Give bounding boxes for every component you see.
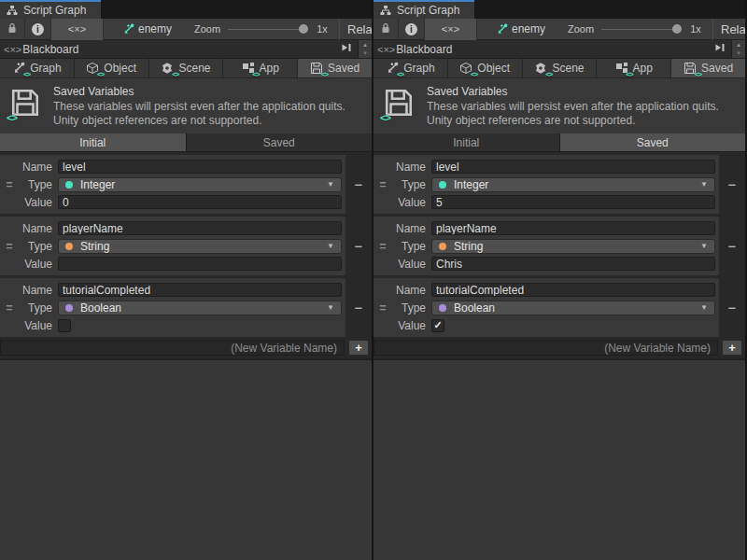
subtab-saved[interactable]: Saved xyxy=(187,133,373,151)
subtab-saved[interactable]: Saved xyxy=(560,133,746,151)
variable-value-row: Value xyxy=(0,193,345,211)
scroll-up-button[interactable]: ▲ xyxy=(359,40,372,49)
dock-button[interactable] xyxy=(709,40,731,58)
graph-reference-button[interactable]: enemy xyxy=(122,22,172,35)
variable-name-input[interactable] xyxy=(58,160,342,174)
scroll-down-button[interactable]: ▼ xyxy=(359,49,372,59)
floppy-icon: <> xyxy=(310,62,323,75)
variable-value-input[interactable] xyxy=(431,257,715,271)
drag-handle-icon[interactable]: = xyxy=(0,178,19,191)
value-checkbox[interactable] xyxy=(58,319,71,332)
scroll-down-button[interactable]: ▼ xyxy=(732,49,745,59)
drag-handle-icon[interactable]: = xyxy=(374,301,392,315)
variable-type-dropdown[interactable]: Integer ▼ xyxy=(58,177,342,192)
remove-variable-button[interactable]: − xyxy=(728,301,737,315)
variable-side-strip: − xyxy=(719,217,745,275)
tab-app-label: App xyxy=(260,62,279,75)
remove-variable-button[interactable]: − xyxy=(728,239,737,253)
type-label: Type xyxy=(392,178,426,191)
relations-button[interactable]: Rela xyxy=(712,19,745,40)
subtab-initial[interactable]: Initial xyxy=(0,133,187,151)
dock-icon xyxy=(713,41,726,57)
variable-scope-tabs: <> Graph <> Object <> Scene xyxy=(0,59,372,78)
chevron-down-icon: ▼ xyxy=(327,303,334,312)
remove-variable-button[interactable]: − xyxy=(728,177,737,191)
tab-scene[interactable]: <> Scene xyxy=(523,59,598,77)
value-checkbox[interactable]: ✓ xyxy=(431,319,444,332)
tab-object[interactable]: <> Object xyxy=(75,59,149,77)
value-label: Value xyxy=(19,196,52,209)
variable-type-dropdown[interactable]: String ▼ xyxy=(58,239,342,254)
tab-saved[interactable]: <> Saved xyxy=(671,59,745,77)
zoom-slider-handle[interactable] xyxy=(299,24,308,34)
variable-value-input[interactable] xyxy=(431,195,715,209)
lock-button[interactable] xyxy=(0,19,25,40)
tab-graph[interactable]: <> Graph xyxy=(374,59,448,77)
graph-reference-button[interactable]: enemy xyxy=(496,22,545,35)
zoom-slider[interactable] xyxy=(228,24,308,34)
info-button[interactable]: i xyxy=(399,19,425,40)
variable-name-input[interactable] xyxy=(431,160,715,174)
tab-app[interactable]: <> App xyxy=(597,59,671,77)
variable-type-dropdown[interactable]: Boolean ▼ xyxy=(58,301,342,315)
code-badge-icon: <> xyxy=(397,70,403,78)
drag-handle-icon[interactable]: = xyxy=(0,240,19,253)
lock-button[interactable] xyxy=(374,19,399,40)
variable-block: Name = Type Integer ▼ Value − xyxy=(374,155,745,214)
code-preview-button[interactable]: <×> xyxy=(425,19,477,40)
new-variable-input[interactable] xyxy=(0,340,345,356)
tab-graph[interactable]: <> Graph xyxy=(0,59,75,77)
add-variable-button[interactable]: + xyxy=(722,340,742,356)
variable-type-dropdown[interactable]: Boolean ▼ xyxy=(431,301,715,315)
variable-name-input[interactable] xyxy=(58,221,342,235)
variable-value-input[interactable] xyxy=(58,257,342,271)
subtab-initial[interactable]: Initial xyxy=(374,133,560,151)
tab-script-graph[interactable]: Script Graph xyxy=(0,0,101,19)
variable-card: Name = Type Integer ▼ Value xyxy=(0,155,345,214)
remove-variable-button[interactable]: − xyxy=(355,301,363,315)
value-label: Value xyxy=(19,258,52,271)
type-name: Integer xyxy=(80,178,319,191)
relations-button[interactable]: Rela xyxy=(339,19,372,40)
variable-side-strip: − xyxy=(719,155,745,214)
variable-scope-tabs: <> Graph <> Object <> Scene xyxy=(374,59,745,78)
graph-icon xyxy=(496,23,508,35)
graph-icon xyxy=(122,23,134,35)
tab-saved[interactable]: <> Saved xyxy=(298,59,372,77)
add-variable-button[interactable]: + xyxy=(348,340,369,356)
variable-type-dropdown[interactable]: String ▼ xyxy=(431,239,715,254)
variable-type-dropdown[interactable]: Integer ▼ xyxy=(431,177,715,192)
variable-name-input[interactable] xyxy=(58,283,342,297)
zoom-slider-handle[interactable] xyxy=(672,24,682,34)
chevron-down-icon: ▼ xyxy=(327,242,334,250)
variable-name-input[interactable] xyxy=(431,221,715,235)
document-tab-bar: Script Graph xyxy=(374,0,745,19)
drag-handle-icon[interactable]: = xyxy=(0,301,19,315)
tab-app[interactable]: <> App xyxy=(223,59,298,77)
new-variable-input[interactable] xyxy=(374,340,718,356)
tab-script-graph[interactable]: Script Graph xyxy=(374,0,474,19)
dock-button[interactable] xyxy=(335,40,358,58)
drag-handle-icon[interactable]: = xyxy=(374,178,392,191)
saved-variables-info: <> Saved Variables These variables will … xyxy=(0,78,372,133)
drag-handle-icon[interactable]: = xyxy=(374,240,392,253)
variable-type-row: = Type String ▼ xyxy=(374,237,719,255)
zoom-slider[interactable] xyxy=(601,24,682,34)
variable-value-input[interactable] xyxy=(58,195,342,209)
remove-variable-button[interactable]: − xyxy=(355,177,363,191)
scroll-up-button[interactable]: ▲ xyxy=(732,40,745,49)
info-button[interactable]: i xyxy=(25,19,51,40)
scene-icon: <> xyxy=(534,62,547,75)
remove-variable-button[interactable]: − xyxy=(355,239,363,253)
tab-object[interactable]: <> Object xyxy=(448,59,523,77)
tab-scene[interactable]: <> Scene xyxy=(149,59,224,77)
script-graph-icon xyxy=(7,5,18,16)
code-preview-button[interactable]: <×> xyxy=(51,19,104,40)
saved-variables-text: Saved Variables These variables will per… xyxy=(53,85,345,133)
variable-name-input[interactable] xyxy=(431,283,715,297)
code-badge-icon: <> xyxy=(695,70,701,78)
variables-list: Name = Type Integer ▼ Value − xyxy=(374,152,745,340)
type-label: Type xyxy=(19,178,52,191)
tab-app-label: App xyxy=(633,62,653,75)
name-label: Name xyxy=(392,161,426,174)
